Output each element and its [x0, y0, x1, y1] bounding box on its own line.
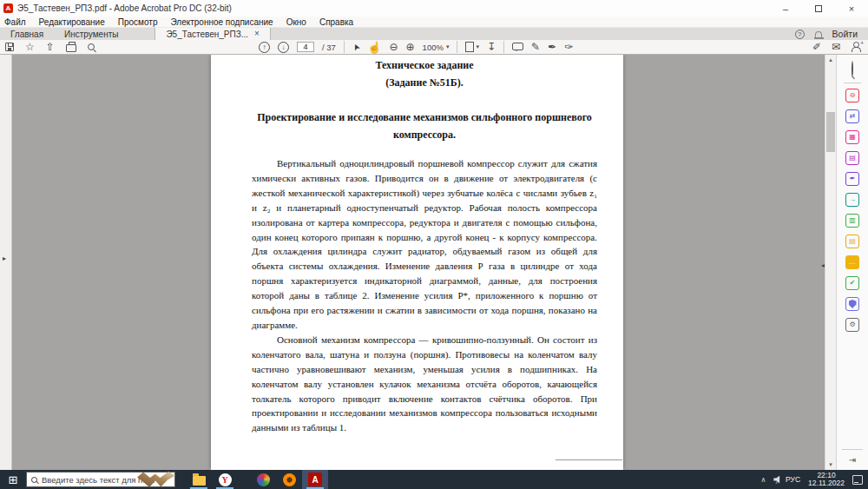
nav-pane-expand-icon[interactable]: ▸ — [3, 254, 6, 262]
organize-pages-icon: ▦ — [849, 134, 856, 141]
folder-icon — [193, 476, 206, 486]
language-indicator[interactable]: РУС — [786, 475, 800, 484]
edit-pdf-tool[interactable]: ▤ — [845, 151, 859, 165]
sign-pen-icon[interactable]: ✒ — [548, 41, 556, 53]
menu-view[interactable]: Просмотр — [118, 17, 158, 27]
export-pdf-tool[interactable]: → — [845, 193, 859, 207]
fill-sign-tool[interactable]: ✒ — [845, 172, 859, 186]
document-title: Проектирование и исследование механизмов… — [252, 109, 597, 143]
comment-bubble-icon: … — [849, 259, 856, 266]
vertical-scrollbar[interactable]: ▴ ▾ — [825, 55, 836, 470]
tab-bar: Главная Инструменты Э5_Тастевен_РПЗ... ×… — [0, 28, 868, 40]
taskbar-clock[interactable]: 22:10 12.11.2022 — [808, 472, 845, 488]
chevron-down-icon: ▾ — [476, 43, 479, 50]
highlight-icon[interactable]: ✎ — [531, 41, 540, 53]
expand-panel-icon[interactable]: ⇥ — [849, 455, 856, 465]
sidebar-search-tool[interactable] — [852, 62, 853, 77]
document-heading-2: (Задание №51Б). — [252, 74, 597, 91]
zoom-in-icon[interactable]: ⊕ — [406, 41, 415, 53]
edit-pdf-icon: ▤ — [849, 155, 856, 162]
fit-width-icon[interactable]: ↧ — [487, 41, 496, 53]
menu-bar: Файл Редактирование Просмотр Электронное… — [0, 17, 868, 28]
page-number-input[interactable] — [297, 42, 314, 52]
favorite-star-icon[interactable]: ☆ — [25, 41, 35, 53]
tools-panel: ⊖ ⇄ ▦ ▤ ✒ → ▥ ▤ … ✔ ⚙ ⇥ — [836, 55, 868, 470]
hidden-icons-chevron[interactable]: ∧ — [761, 476, 766, 484]
orange-app-taskbar-icon[interactable] — [276, 470, 302, 489]
notifications-bell-icon[interactable] — [815, 31, 822, 37]
share-pen-icon[interactable]: ✐ — [812, 41, 821, 53]
menu-esign[interactable]: Электронное подписание — [170, 17, 273, 27]
document-paragraph-1: Вертикальный одноцилиндровый поршневой к… — [252, 156, 597, 333]
shield-icon — [849, 300, 857, 308]
taskbar: ⊞ Y A ∧ ) РУС 22:10 — [0, 470, 868, 489]
comment-panel-tool[interactable]: … — [845, 255, 859, 269]
combine-files-tool[interactable]: ⇄ — [845, 109, 859, 123]
title-bar: A Э5_Тастевен_РПЗ.pdf - Adobe Acrobat Pr… — [0, 0, 868, 17]
organize-pages-tool[interactable]: ▦ — [845, 130, 859, 144]
next-page-icon[interactable]: ↓ — [278, 42, 289, 53]
print-icon[interactable] — [66, 44, 76, 52]
wrench-gear-icon: ⚙ — [849, 321, 855, 328]
sign-in-button[interactable]: Войти — [832, 29, 858, 39]
minimize-button[interactable]: – — [769, 0, 802, 17]
pdf-page-content: Техническое задание (Задание №51Б). Прое… — [211, 55, 623, 435]
taskbar-search-input[interactable] — [42, 475, 155, 485]
game-app-taskbar-icon[interactable] — [250, 470, 276, 489]
menu-file[interactable]: Файл — [4, 17, 26, 27]
scrollbar-thumb[interactable] — [826, 112, 835, 152]
maximize-button[interactable] — [802, 0, 835, 17]
select-tool-icon[interactable]: ➤ — [350, 42, 362, 52]
toolbar: ☆ ⇧ ↑ ↓ / 37 ➤ ☝ ⊖ ⊕ 100% ▾ ▾ ↧ ✎ ✒ ✑ ✐ … — [0, 40, 868, 55]
search-icon[interactable] — [88, 43, 95, 50]
stamp-panel-tool[interactable]: ✔ — [845, 276, 859, 290]
yandex-browser-taskbar-icon[interactable]: Y — [212, 470, 238, 489]
scroll-down-icon[interactable]: ▾ — [825, 461, 836, 468]
hand-tool-icon[interactable]: ☝ — [367, 41, 381, 54]
share-with-others-icon[interactable]: + — [851, 42, 861, 52]
protect-tool[interactable] — [845, 297, 859, 311]
request-signatures-tool[interactable]: ▤ — [845, 235, 859, 248]
toolbar-center-group: ↑ ↓ / 37 ➤ ☝ ⊖ ⊕ 100% ▾ ▾ ↧ ✎ ✒ ✑ — [259, 40, 573, 54]
create-pdf-tool[interactable]: ⊖ — [845, 89, 859, 102]
action-center-icon[interactable] — [852, 475, 863, 485]
start-button[interactable]: ⊞ — [0, 470, 26, 489]
export-pdf-icon: → — [849, 196, 856, 203]
toolbar-divider — [503, 41, 504, 53]
panel-divider — [842, 449, 863, 450]
menu-edit[interactable]: Редактирование — [39, 17, 105, 27]
system-tray: ∧ ) РУС 22:10 12.11.2022 — [761, 472, 868, 488]
menu-window[interactable]: Окно — [286, 17, 306, 27]
tab-tools[interactable]: Инструменты — [54, 28, 128, 40]
scroll-up-icon[interactable]: ▴ — [825, 56, 836, 63]
zoom-level-dropdown[interactable]: 100% ▾ — [423, 43, 450, 52]
help-icon[interactable]: ? — [795, 30, 805, 39]
acrobat-taskbar-icon[interactable]: A — [302, 470, 328, 489]
menu-help[interactable]: Справка — [319, 17, 353, 27]
scan-ocr-icon: ▥ — [849, 217, 856, 224]
save-icon[interactable] — [5, 43, 14, 51]
toolbar-divider — [457, 41, 457, 53]
share-upload-icon[interactable]: ⇧ — [46, 41, 55, 53]
email-icon[interactable]: ✉ — [832, 41, 840, 53]
fit-page-dropdown[interactable]: ▾ — [465, 42, 479, 52]
zoom-out-icon[interactable]: ⊖ — [389, 41, 398, 53]
tab-close-icon[interactable]: × — [254, 30, 260, 38]
previous-page-icon[interactable]: ↑ — [259, 42, 270, 53]
volume-control[interactable]: ) — [773, 476, 778, 484]
stamp-small-icon[interactable]: ✑ — [564, 41, 573, 53]
file-explorer-taskbar-icon[interactable] — [186, 470, 212, 489]
window-controls: – × — [769, 0, 868, 17]
comment-icon[interactable] — [512, 43, 523, 50]
more-tools-tool[interactable]: ⚙ — [845, 318, 859, 332]
tab-home[interactable]: Главная — [0, 28, 54, 40]
maximize-icon — [815, 5, 822, 12]
page-count-label: / 37 — [322, 43, 336, 52]
fill-sign-icon: ✒ — [850, 175, 856, 182]
search-icon — [852, 61, 853, 77]
close-button[interactable]: × — [835, 0, 868, 17]
tab-document[interactable]: Э5_Тастевен_РПЗ... × — [155, 28, 270, 40]
document-canvas: Техническое задание (Задание №51Б). Прое… — [12, 55, 825, 470]
scan-ocr-tool[interactable]: ▥ — [845, 214, 859, 228]
pdf-page[interactable]: Техническое задание (Задание №51Б). Прое… — [211, 55, 623, 470]
